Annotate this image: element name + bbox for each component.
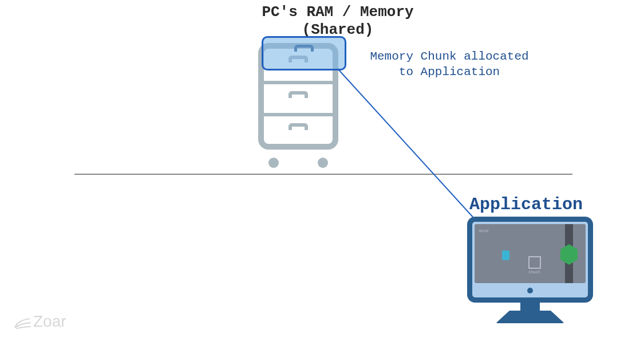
memory-chunk-label: Memory Chunk allocated to Application: [352, 49, 547, 80]
cabinet-wheel-icon: [318, 158, 328, 168]
game-label: shoot: [528, 270, 540, 275]
svg-line-0: [338, 69, 487, 232]
drawer-handle-icon: [289, 91, 308, 98]
game-label: move: [479, 229, 489, 233]
monitor-button-icon: [527, 288, 533, 293]
application-title: Application: [469, 195, 583, 214]
game-character-icon: [502, 250, 509, 260]
ram-title: PC's RAM / Memory (Shared): [218, 3, 458, 39]
monitor-frame: move shoot: [467, 217, 593, 303]
monitor-stand: [520, 300, 540, 312]
game-gem-icon: [560, 244, 578, 265]
chunk-label-line1: Memory Chunk allocated: [370, 50, 528, 63]
allocated-memory-chunk: [262, 36, 346, 70]
chunk-label-line2: to Application: [399, 65, 500, 79]
drawer-handle-icon: [294, 45, 314, 52]
section-divider: [74, 174, 572, 175]
monitor-screen: move shoot: [475, 224, 586, 283]
ram-title-line1: PC's RAM / Memory: [262, 3, 413, 21]
drawer-handle-icon: [289, 123, 308, 130]
cabinet-drawer: [264, 81, 333, 114]
application-monitor-icon: move shoot: [467, 217, 593, 324]
game-box-icon: [528, 256, 541, 269]
cabinet-drawer: [264, 113, 333, 146]
cabinet-wheel-icon: [268, 158, 279, 168]
watermark-text: Zoar: [33, 312, 66, 330]
watermark: Zoar: [14, 312, 66, 331]
monitor-base: [496, 311, 564, 323]
watermark-wings-icon: [14, 316, 33, 329]
ram-cabinet-icon: [258, 43, 338, 158]
